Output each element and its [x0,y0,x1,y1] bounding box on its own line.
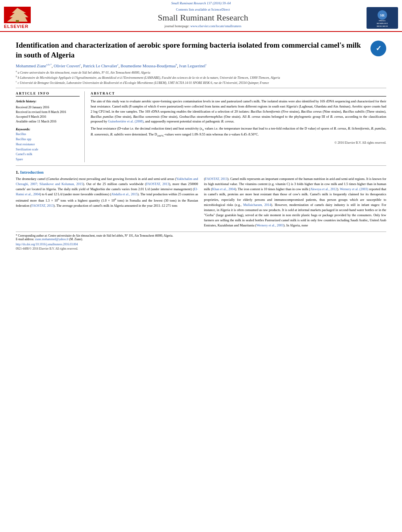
footnote-section: * Corresponding author at: Centre univer… [16,232,386,250]
accepted-date: Accepted 9 March 2016 [16,115,80,119]
introduction-section: 1. Introduction The dromedary camel (Cam… [16,170,386,228]
journal-header: Small Ruminant Research 137 (2016) 59–64… [0,0,402,32]
abstract-col: ABSTRACT The aim of this study was to ev… [91,91,386,162]
keyword-sterilization: Sterilization scale [16,147,80,152]
available-date: Available online 11 March 2016 [16,119,80,124]
copyright: © 2016 Elsevier B.V. All rights reserved… [91,141,386,145]
svg-text:SR: SR [380,13,385,17]
article-history-label: Article history: [16,99,80,104]
page: Small Ruminant Research 137 (2016) 59–64… [0,0,402,532]
keyword-heat-resistance: Heat resistance [16,142,80,147]
divider-1 [16,88,386,88]
article-history: Article history: Received 20 January 201… [16,99,80,124]
article-info-col: ARTICLE INFO Article history: Received 2… [16,91,85,162]
revised-date: Received in revised form 8 March 2016 [16,110,80,115]
header-main: ELSEVIER Contents lists available at Sci… [0,6,402,30]
article-info-heading: ARTICLE INFO [16,91,80,96]
svg-text:RESEARCH: RESEARCH [377,25,388,27]
crossmark-logo: ✓ [370,41,386,56]
intro-left-text: The dromedary camel (Camelus dromedaries… [16,176,198,208]
email-note: E-mail address: ziane.mohammed@yahoo.fr … [16,237,386,241]
keyword-camels-milk: Camel's milk [16,152,80,157]
contents-available: Contents lists available at ScienceDirec… [39,7,367,11]
affiliation-c: c c Université de Bretagne Occidentale, … [16,80,386,85]
intro-right-col: (FAOSTAT, 2013). Camel milk represents a… [204,176,387,228]
abstract-heading: ABSTRACT [91,91,386,96]
section-title: 1. Introduction [16,170,386,174]
keyword-spare: Spare [16,157,80,162]
page-footer: 0921-4488/© 2016 Elsevier B.V. All right… [16,247,386,250]
journal-title-center: Contents lists available at ScienceDirec… [39,7,367,28]
keyword-bacillus-spp: Bacillus spp [16,137,80,142]
doi-line[interactable]: http://dx.doi.org/10.1016/j.smallrumres.… [16,243,386,246]
email-link[interactable]: ziane.mohammed@yahoo.fr [35,237,69,241]
two-col-info-abstract: ARTICLE INFO Article history: Received 2… [16,91,386,162]
intro-right-text: (FAOSTAT, 2013). Camel milk represents a… [204,176,387,228]
abstract-text: The aim of this study was to evaluate ae… [91,99,386,145]
affiliation-b: b b Laboratoire de Microbiologie Appliqu… [16,75,386,80]
elsevier-logo: ELSEVIER [4,7,39,29]
divider-2 [16,165,386,166]
svg-text:RUMINANT: RUMINANT [377,22,388,24]
journal-homepage: journal homepage: www.elsevier.com/locat… [39,24,367,28]
received-date: Received 20 January 2016 [16,105,80,110]
homepage-url[interactable]: www.elsevier.com/locate/smallrumres [190,24,242,28]
authors: Mohammed Zianea,b,*, Olivier Couvertc, P… [16,63,386,68]
journal-name: Small Ruminant Research [39,13,367,23]
affiliation-a: a a Centre universitaire de Ain témouche… [16,70,386,75]
keywords-label: Keywords: [16,127,80,131]
svg-text:✓: ✓ [376,44,382,52]
intro-left-col: The dromedary camel (Camelus dromedaries… [16,176,198,228]
article-title-section: Identification and characterization of a… [16,41,386,60]
keyword-bacillus: Bacillus [16,132,80,137]
journal-logo-right: SR SMALL RUMINANT RESEARCH [367,7,398,29]
corresponding-author-note: * Corresponding author at: Centre univer… [16,234,386,237]
svg-rect-2 [16,20,19,22]
abstract-paragraph-2: The heat resistance (D-value i.e. the de… [91,126,386,138]
elsevier-text: ELSEVIER [4,24,28,29]
affiliations: a a Centre universitaire de Ain témouche… [16,70,386,85]
abstract-paragraph-1: The aim of this study was to evaluate ae… [91,99,386,124]
elsevier-tree-icon [4,7,31,23]
intro-columns: The dromedary camel (Camelus dromedaries… [16,176,386,228]
svg-text:SMALL: SMALL [379,20,386,22]
journal-citation: Small Ruminant Research 137 (2016) 59–64 [0,0,402,6]
small-ruminant-logo: SR SMALL RUMINANT RESEARCH [368,7,396,29]
article-title: Identification and characterization of a… [16,41,365,60]
main-content: Identification and characterization of a… [0,33,402,254]
